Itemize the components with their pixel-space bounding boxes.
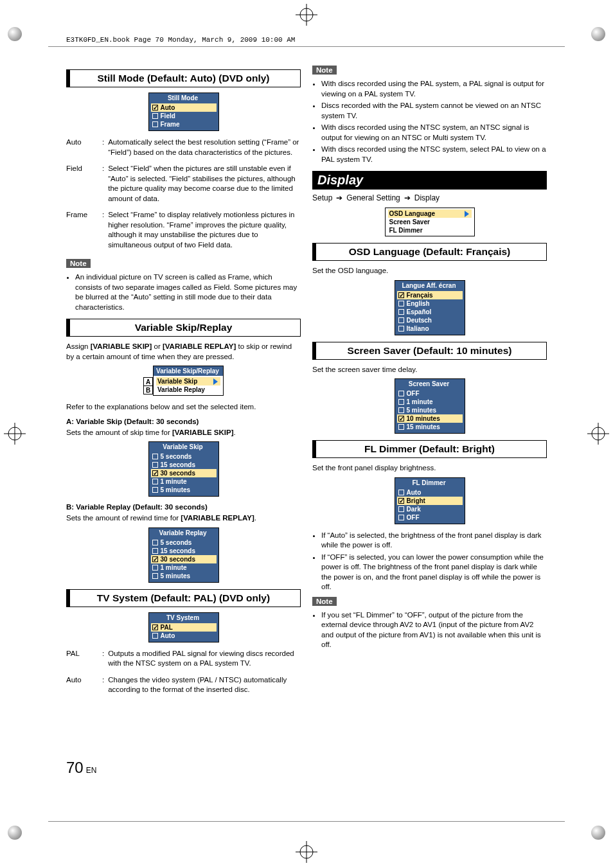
menu-option: 5 seconds [151,452,217,461]
def-term: Auto [66,675,98,695]
colon: : [102,675,104,695]
menu-still-mode: Still Mode Auto Field Frame [148,93,219,131]
menu-option: 15 minutes [397,423,463,431]
definition-row: Field:Select “Field” when the pictures a… [66,164,301,204]
menu-option: 15 seconds [151,547,217,555]
fl-bullets: If “Auto” is selected, the brightness of… [312,531,547,592]
menu-option-label: English [407,299,430,308]
menu-option-label: 5 seconds [161,538,192,547]
menu-option-label: Frame [161,120,180,128]
def-body: Automatically select the best resolution… [108,137,301,157]
menu-fl-dimmer: FL Dimmer Auto Bright Dark OFF [395,477,465,524]
checkbox-icon [398,490,404,495]
reg-mark-target-icon [589,424,608,445]
menu-title: Screen Saver [395,379,465,389]
menu-option: 30 seconds [151,469,217,477]
menu-option-label: FL Dimmer [389,226,423,235]
menu-option-label: Italiano [407,324,429,333]
note-item: An individual picture on TV screen is ca… [75,272,301,312]
menu-display: OSD Language Screen Saver FL Dimmer [385,208,475,236]
def-term: Frame [66,210,98,250]
menu-option-label: 5 seconds [161,452,192,461]
vs-refer: Refer to the explanations below and set … [66,402,301,412]
reg-mark-corner-icon [591,27,605,42]
menu-option-label: Auto [407,488,422,497]
menu-option: Variable Skip [156,377,220,385]
bottom-rule [48,821,565,822]
menu-option: English [397,299,463,308]
menu-option-label: Auto [161,632,175,640]
menu-option-label: 10 minutes [407,414,440,423]
checkbox-icon [152,479,158,484]
note-list: If you set “FL Dimmer” to “OFF”, output … [312,610,547,650]
crumb-item: Display [414,193,440,202]
vs-a-heading: A: Variable Skip (Default: 30 seconds) [66,418,301,425]
checkbox-icon [398,506,404,512]
menu-option: Auto [397,488,463,497]
pointer-right-icon [213,378,218,385]
menu-option: 30 seconds [151,555,217,563]
menu-option: Screen Saver [388,218,472,226]
checkbox-checked-icon [398,292,404,298]
menu-option-label: Variable Replay [157,385,205,394]
crumb-item: General Setting [346,193,400,202]
note-badge: Note [312,597,337,606]
menu-option: Variable Replay [156,385,220,394]
page-lang: EN [86,766,97,775]
label-a-box: A [143,377,153,386]
menu-option: Français [397,291,463,299]
menu-screen-saver: Screen Saver OFF 1 minute 5 minutes 10 m… [395,378,465,434]
top-rule [48,46,565,47]
menu-option: 15 seconds [151,461,217,469]
menu-option-label: Auto [161,103,175,112]
checkbox-icon [152,573,158,579]
note-item: With discs recorded using the NTSC syste… [321,123,547,143]
checkbox-icon [152,462,158,468]
def-term: Field [66,164,98,204]
page-footer: 70EN [66,759,96,777]
colon: : [102,210,104,250]
menu-option-label: Español [407,308,432,316]
definition-row: Frame:Select “Frame” to display relative… [66,210,301,250]
checkbox-icon [398,399,404,405]
menu-option-label: OFF [407,513,420,522]
menu-option: 5 minutes [397,406,463,414]
colon: : [102,649,104,669]
menu-tv-system: TV System PAL Auto [148,612,219,642]
checkbox-icon [398,424,404,430]
checkbox-icon [152,633,158,639]
menu-option: PAL [151,623,217,632]
section-osd-title: OSD Language (Default: Français) [312,243,547,261]
t-bold: [VARIABLE SKIP] [172,429,234,436]
section-still-mode-title: Still Mode (Default: Auto) (DVD only) [66,69,301,87]
def-body: Changes the video system (PAL / NTSC) au… [108,675,301,695]
menu-option: Field [151,112,217,120]
menu-option: OSD Language [388,209,472,218]
menu-option-label: Variable Skip [157,377,197,385]
reg-mark-target-icon [5,424,24,445]
fl-intro: Set the front panel display brightness. [312,463,547,474]
definition-row: PAL:Outputs a modified PAL signal for vi… [66,649,301,669]
menu-title: Variable Replay [149,528,218,538]
checkbox-checked-icon [398,498,404,504]
def-term: PAL [66,649,98,669]
ss-intro: Set the screen saver time delay. [312,365,547,375]
t: Sets the amount of rewind time for [66,514,181,522]
menu-option: 1 minute [151,477,217,486]
menu-option: OFF [397,389,463,398]
menu-variable-skip-replay: Variable Skip/Replay Variable Skip Varia… [153,366,224,396]
note-list: With discs recorded using the PAL system… [312,79,547,164]
menu-option-label: Bright [407,497,425,505]
checkbox-icon [398,391,404,396]
menu-option-label: Dark [407,505,421,513]
arrow-right-icon: ➔ [336,193,342,202]
vs-a-intro: Sets the amount of skip time for [VARIAB… [66,428,301,438]
menu-option-label: 30 seconds [161,469,195,477]
menu-option-label: Screen Saver [389,218,430,226]
menu-title: TV System [149,613,218,623]
breadcrumb: Setup ➔ General Setting ➔ Display [312,193,547,202]
menu-option-label: Deutsch [407,316,432,324]
note-item: Discs recorded with the PAL system canno… [321,101,547,121]
menu-option: Bright [397,497,463,505]
section-fl-dimmer-title: FL Dimmer (Default: Bright) [312,440,547,458]
